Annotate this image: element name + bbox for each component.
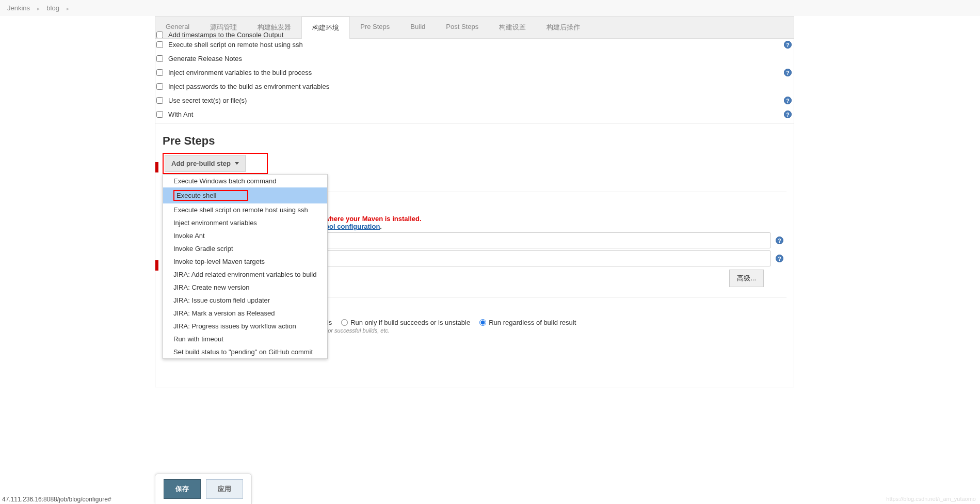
goals-input[interactable] bbox=[317, 250, 771, 266]
checkbox-with-ant-label: With Ant bbox=[168, 111, 193, 118]
checkbox-inject-passwords-input[interactable] bbox=[156, 83, 163, 90]
checkbox-inject-passwords-label: Inject passwords to the build as environ… bbox=[168, 83, 329, 90]
highlight-box-item: Execute shell bbox=[173, 190, 248, 201]
checkbox-execute-shell-ssh[interactable]: Execute shell script on remote host usin… bbox=[156, 38, 793, 52]
help-icon[interactable]: ? bbox=[776, 237, 783, 244]
radio-succeeds-unstable[interactable]: Run only if build succeeds or is unstabl… bbox=[341, 319, 470, 326]
checkbox-release-notes-label: Generate Release Notes bbox=[168, 55, 242, 62]
help-icon[interactable]: ? bbox=[784, 97, 792, 104]
dropdown-item-execute-shell[interactable]: Execute shell bbox=[163, 187, 327, 203]
dropdown-item-maven-targets[interactable]: Invoke top-level Maven targets bbox=[163, 255, 327, 268]
checkbox-inject-env[interactable]: Inject environment variables to the buil… bbox=[156, 66, 793, 80]
dropdown-item-github-pending[interactable]: Set build status to "pending" on GitHub … bbox=[163, 345, 327, 358]
dropdown-item-shell-ssh[interactable]: Execute shell script on remote host usin… bbox=[163, 203, 327, 216]
checkbox-inject-passwords[interactable]: Inject passwords to the build as environ… bbox=[156, 80, 793, 93]
link-dot: . bbox=[380, 223, 382, 230]
help-icon[interactable]: ? bbox=[784, 69, 792, 76]
pre-build-step-dropdown[interactable]: Execute Windows batch command Execute sh… bbox=[163, 174, 328, 359]
dropdown-item-inject-env[interactable]: Inject environment variables bbox=[163, 216, 327, 229]
dropdown-item-jira-field[interactable]: JIRA: Issue custom field updater bbox=[163, 294, 327, 307]
radio-regardless-text: Run regardless of build result bbox=[489, 319, 576, 326]
breadcrumb-jenkins[interactable]: Jenkins bbox=[7, 4, 30, 12]
help-icon[interactable]: ? bbox=[784, 111, 792, 118]
checkbox-execute-shell-ssh-label: Execute shell script on remote host usin… bbox=[168, 41, 303, 49]
pre-steps-section: Pre Steps Add pre-build step Execute Win… bbox=[155, 126, 794, 387]
maven-warning-text: w where your Maven is installed. bbox=[317, 215, 786, 223]
checkbox-inject-env-input[interactable] bbox=[156, 69, 163, 76]
help-icon[interactable]: ? bbox=[784, 41, 792, 49]
chevron-right-icon: ▸ bbox=[37, 6, 40, 11]
highlight-box: Add pre-build step bbox=[163, 153, 268, 174]
caret-down-icon bbox=[235, 162, 239, 165]
add-pre-build-step-label: Add pre-build step bbox=[171, 160, 231, 167]
section-left-bar bbox=[155, 260, 158, 271]
radio-succeeds-unstable-text: Run only if build succeeds or is unstabl… bbox=[350, 319, 470, 326]
checkbox-inject-env-label: Inject environment variables to the buil… bbox=[168, 69, 312, 76]
checkbox-secret-text[interactable]: Use secret text(s) or file(s) ? bbox=[156, 93, 793, 107]
post-steps-run-condition: eeds Run only if build succeeds or is un… bbox=[317, 319, 786, 326]
advanced-button[interactable]: 高级... bbox=[729, 270, 764, 287]
breadcrumb-blog[interactable]: blog bbox=[46, 4, 59, 12]
dropdown-item-jira-env[interactable]: JIRA: Add related environment variables … bbox=[163, 268, 327, 281]
dropdown-item-run-timeout[interactable]: Run with timeout bbox=[163, 333, 327, 345]
config-panel: General 源码管理 构建触发器 构建环境 Pre Steps Build … bbox=[155, 16, 794, 387]
checkbox-execute-shell-ssh-input[interactable] bbox=[156, 41, 163, 48]
checkbox-secret-text-input[interactable] bbox=[156, 97, 163, 104]
build-env-section: Add timestamps to the Console Output Exe… bbox=[155, 32, 794, 121]
checkbox-release-notes-input[interactable] bbox=[156, 55, 163, 62]
add-pre-build-step-button[interactable]: Add pre-build step bbox=[165, 155, 246, 172]
checkbox-timestamps-input[interactable] bbox=[156, 32, 163, 38]
checkbox-secret-text-label: Use secret text(s) or file(s) bbox=[168, 97, 247, 104]
root-pom-input[interactable] bbox=[317, 232, 771, 248]
radio-regardless-input[interactable] bbox=[479, 319, 486, 326]
post-steps-note: nly for successful builds, etc. bbox=[317, 327, 786, 334]
checkbox-with-ant-input[interactable] bbox=[156, 111, 163, 118]
radio-regardless[interactable]: Run regardless of build result bbox=[479, 319, 576, 326]
breadcrumb: Jenkins ▸ blog ▸ bbox=[0, 0, 980, 16]
dropdown-item-jira-workflow[interactable]: JIRA: Progress issues by workflow action bbox=[163, 320, 327, 333]
checkbox-release-notes[interactable]: Generate Release Notes bbox=[156, 52, 793, 66]
checkbox-timestamps-label: Add timestamps to the Console Output bbox=[168, 32, 283, 38]
dropdown-item-invoke-ant[interactable]: Invoke Ant bbox=[163, 229, 327, 242]
chevron-right-icon: ▸ bbox=[67, 6, 69, 11]
checkbox-with-ant[interactable]: With Ant ? bbox=[156, 107, 793, 121]
section-left-bar bbox=[155, 162, 158, 172]
dropdown-item-invoke-gradle[interactable]: Invoke Gradle script bbox=[163, 242, 327, 255]
help-icon[interactable]: ? bbox=[776, 255, 783, 262]
dropdown-item-jira-released[interactable]: JIRA: Mark a version as Released bbox=[163, 307, 327, 320]
dropdown-item-windows-batch[interactable]: Execute Windows batch command bbox=[163, 175, 327, 187]
dropdown-item-jira-version[interactable]: JIRA: Create new version bbox=[163, 281, 327, 294]
checkbox-timestamps[interactable]: Add timestamps to the Console Output bbox=[156, 32, 793, 38]
pre-steps-heading: Pre Steps bbox=[163, 134, 786, 148]
radio-succeeds-unstable-input[interactable] bbox=[341, 319, 348, 326]
